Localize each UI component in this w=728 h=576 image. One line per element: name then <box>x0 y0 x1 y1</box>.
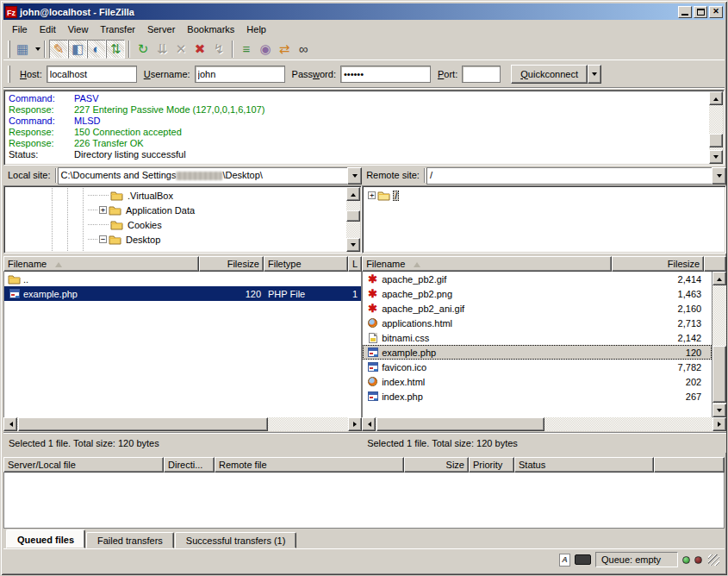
local-hscroll-right-button[interactable] <box>348 417 362 431</box>
tree-item-[interactable]: +/ <box>368 188 724 203</box>
file-row-apache-pb2-gif[interactable]: ✱apache_pb2.gif2,414 <box>363 272 712 286</box>
local-hscroll-left-button[interactable] <box>3 417 17 431</box>
file-row-apache-pb2-ani-gif[interactable]: ✱apache_pb2_ani.gif2,160 <box>363 301 712 316</box>
local-column-filesize[interactable]: Filesize <box>199 256 264 272</box>
menu-item-edit[interactable]: Edit <box>34 22 62 37</box>
local-file-list[interactable]: ..example.php120PHP File1 <box>3 272 362 417</box>
directory-comparison-button[interactable]: ◉ <box>256 40 275 59</box>
remote-hscroll-right-button[interactable] <box>712 417 726 431</box>
toggle-local-tree-button[interactable]: ◧ <box>68 40 87 59</box>
toggle-queue-view-button[interactable]: ⇅ <box>106 40 125 59</box>
tree-item-desktop[interactable]: −Desktop <box>88 232 345 247</box>
local-path-field[interactable]: C:\Documents and Settings\Desktop\ <box>58 167 348 185</box>
password-input[interactable] <box>340 66 431 83</box>
disconnect-button[interactable]: ✖ <box>190 40 209 59</box>
host-input[interactable] <box>47 66 137 83</box>
cancel-button[interactable]: ✕ <box>171 40 190 59</box>
file-row-applications-html[interactable]: applications.html2,713 <box>363 316 712 330</box>
tab-successful-transfers-1[interactable]: Successful transfers (1) <box>175 532 297 548</box>
local-site-combobox[interactable]: C:\Documents and Settings\Desktop\ <box>58 167 363 185</box>
remote-file-list[interactable]: ✱apache_pb2.gif2,414✱apache_pb2.png1,463… <box>362 272 712 417</box>
resize-grip[interactable] <box>708 554 719 566</box>
remote-vscroll-up-button[interactable] <box>712 272 726 285</box>
reconnect-button[interactable]: ↯ <box>209 40 228 59</box>
local-column-filename[interactable]: Filename <box>3 256 199 272</box>
queue-list-area[interactable] <box>3 473 725 529</box>
toggle-remote-tree-button[interactable]: ◐ <box>87 40 106 59</box>
find-files-button[interactable]: ∞ <box>294 40 313 59</box>
remote-directory-tree[interactable]: +/ <box>362 185 726 254</box>
file-row-index-php[interactable]: index.php267 <box>363 389 712 404</box>
site-manager-dropdown-icon[interactable] <box>35 47 40 53</box>
remote-hscroll-thumb[interactable] <box>376 417 544 431</box>
expand-toggle[interactable]: + <box>368 191 376 199</box>
maximize-button[interactable] <box>694 6 707 18</box>
quickbar-grip[interactable] <box>8 66 10 83</box>
quickconnect-button[interactable]: Quickconnect <box>511 65 588 84</box>
menu-item-bookmarks[interactable]: Bookmarks <box>181 22 240 37</box>
remote-hscroll-left-button[interactable] <box>362 417 376 431</box>
remote-vscroll-down-button[interactable] <box>712 404 726 417</box>
log-scroll-down-button[interactable] <box>709 150 723 164</box>
queue-column-status[interactable]: Status <box>514 457 654 473</box>
file-row-example-php[interactable]: example.php120PHP File1 <box>4 286 361 301</box>
close-button[interactable]: ✕ <box>709 6 723 18</box>
file-row-index-html[interactable]: index.html202 <box>363 374 712 389</box>
refresh-button[interactable]: ↻ <box>134 40 152 59</box>
tab-queued-files[interactable]: Queued files <box>6 529 85 548</box>
synchronized-browsing-button[interactable]: ⇄ <box>275 40 294 59</box>
title-bar[interactable]: Fz john@localhost - FileZilla ✕ <box>3 3 725 20</box>
log-scrollbar[interactable] <box>709 91 723 164</box>
quickconnect-dropdown-button[interactable] <box>588 65 601 84</box>
expand-toggle[interactable]: + <box>99 206 107 214</box>
local-column-l[interactable]: L <box>348 256 362 272</box>
remote-column-filesize[interactable]: Filesize <box>612 256 704 272</box>
local-list-hscrollbar[interactable] <box>3 417 362 432</box>
queue-column-remote-file[interactable]: Remote file <box>215 457 404 473</box>
menu-item-transfer[interactable]: Transfer <box>94 22 141 37</box>
remote-path-dropdown-button[interactable] <box>712 167 726 185</box>
username-input[interactable] <box>195 66 285 83</box>
file-row-apache-pb2-png[interactable]: ✱apache_pb2.png1,463 <box>363 286 712 301</box>
file-row-example-php[interactable]: example.php120 <box>363 345 712 360</box>
local-path-dropdown-button[interactable] <box>347 167 362 185</box>
port-input[interactable] <box>462 66 501 83</box>
tree-item-application-data[interactable]: +Application Data <box>88 203 345 217</box>
message-log[interactable]: Command:PASVResponse:227 Entering Passiv… <box>3 90 725 166</box>
local-hscroll-thumb[interactable] <box>18 417 268 431</box>
file-row-favicon-ico[interactable]: favicon.ico7,782 <box>363 360 712 374</box>
local-tree-scroll-up-button[interactable] <box>346 187 360 201</box>
tab-failed-transfers[interactable]: Failed transfers <box>86 532 174 548</box>
collapse-toggle[interactable]: − <box>99 235 107 243</box>
remote-list-vscrollbar[interactable] <box>712 272 726 417</box>
site-manager-button[interactable]: ▦ <box>13 40 32 59</box>
queue-column-size[interactable]: Size <box>404 457 469 473</box>
queue-column-priority[interactable]: Priority <box>469 457 514 473</box>
process-queue-button[interactable]: ⇊ <box>152 40 171 59</box>
menu-item-file[interactable]: File <box>6 22 34 37</box>
tree-item-virtualbox[interactable]: .VirtualBox <box>88 188 345 203</box>
local-tree-scroll-down-button[interactable] <box>346 238 360 252</box>
remote-vscroll-thumb[interactable] <box>712 346 726 403</box>
log-scroll-up-button[interactable] <box>709 91 723 105</box>
log-scroll-thumb[interactable] <box>709 134 723 147</box>
minimize-button[interactable] <box>678 6 692 18</box>
menu-item-help[interactable]: Help <box>240 22 272 37</box>
queue-column-directi[interactable]: Directi... <box>164 457 215 473</box>
toggle-message-log-button[interactable]: ✎ <box>49 40 68 59</box>
local-tree-scroll-thumb[interactable] <box>346 210 360 222</box>
toolbar-grip[interactable] <box>8 41 10 58</box>
local-directory-tree[interactable]: .VirtualBox+Application DataCookies−Desk… <box>3 185 362 254</box>
file-row-bitnami-css[interactable]: bitnami.css2,142 <box>363 330 712 345</box>
tree-item-cookies[interactable]: Cookies <box>88 217 345 232</box>
file-row-[interactable]: .. <box>4 272 361 286</box>
remote-path-field[interactable]: / <box>426 167 712 185</box>
menu-item-server[interactable]: Server <box>141 22 181 37</box>
local-tree-scrollbar[interactable] <box>346 187 360 252</box>
menu-item-view[interactable]: View <box>62 22 95 37</box>
filter-button[interactable]: ≡ <box>237 40 256 59</box>
local-column-filetype[interactable]: Filetype <box>264 256 348 272</box>
remote-list-hscrollbar[interactable] <box>362 417 726 432</box>
queue-column-server-local-file[interactable]: Server/Local file <box>3 457 164 473</box>
remote-column-filename[interactable]: Filename <box>362 256 612 272</box>
